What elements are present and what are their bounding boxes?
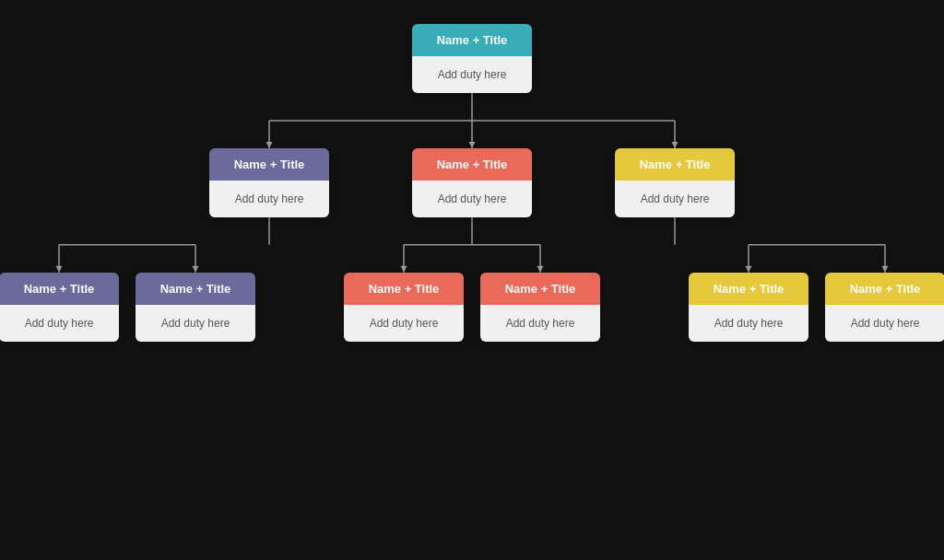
l2-2-header: Name + Title — [344, 273, 464, 305]
l1-card-1[interactable]: Name + Title Add duty here — [412, 148, 532, 217]
l2-card-0[interactable]: Name + Title Add duty here — [0, 273, 119, 342]
root-body: Add duty here — [412, 56, 532, 93]
l2-3-body: Add duty here — [480, 305, 600, 342]
svg-marker-11 — [56, 266, 63, 273]
l1-0-header: Name + Title — [209, 148, 329, 181]
l1-card-2[interactable]: Name + Title Add duty here — [615, 148, 735, 217]
svg-marker-17 — [401, 266, 407, 273]
svg-marker-25 — [882, 266, 889, 273]
l2-card-3[interactable]: Name + Title Add duty here — [480, 273, 600, 342]
l2-card-4[interactable]: Name + Title Add duty here — [689, 273, 808, 342]
l2-4-body: Add duty here — [689, 305, 808, 342]
l2-2-body: Add duty here — [344, 305, 464, 342]
l2-1-body: Add duty here — [136, 305, 255, 342]
l1-1-header: Name + Title — [412, 148, 532, 181]
level-2: Name + Title Add duty here Name + Title … — [0, 273, 944, 342]
l2-3-header: Name + Title — [480, 273, 600, 305]
level-root: Name + Title Add duty here — [412, 24, 532, 93]
l2-4-header: Name + Title — [689, 273, 808, 305]
l2-5-body: Add duty here — [825, 305, 944, 342]
l1-0-body: Add duty here — [209, 181, 329, 217]
l1-2-header: Name + Title — [615, 148, 735, 181]
level-1: Name + Title Add duty here Name + Title … — [209, 148, 735, 217]
svg-marker-5 — [469, 142, 476, 148]
l2-1-header: Name + Title — [136, 273, 255, 305]
svg-marker-23 — [746, 266, 752, 273]
svg-marker-13 — [193, 266, 199, 273]
l2-card-5[interactable]: Name + Title Add duty here — [825, 273, 944, 342]
root-card[interactable]: Name + Title Add duty here — [412, 24, 532, 93]
svg-marker-3 — [266, 142, 273, 148]
l2-0-body: Add duty here — [0, 305, 119, 342]
svg-marker-7 — [672, 142, 678, 148]
l2-card-2[interactable]: Name + Title Add duty here — [344, 273, 464, 342]
l1-2-body: Add duty here — [615, 181, 735, 217]
l1-card-0[interactable]: Name + Title Add duty here — [209, 148, 329, 217]
l2-card-1[interactable]: Name + Title Add duty here — [136, 273, 255, 342]
l2-0-header: Name + Title — [0, 273, 119, 305]
l2-5-header: Name + Title — [825, 273, 944, 305]
svg-marker-19 — [537, 266, 544, 273]
org-chart: Name + Title Add duty here Name + Title … — [11, 13, 933, 547]
l1-1-body: Add duty here — [412, 181, 532, 217]
root-header: Name + Title — [412, 24, 532, 56]
